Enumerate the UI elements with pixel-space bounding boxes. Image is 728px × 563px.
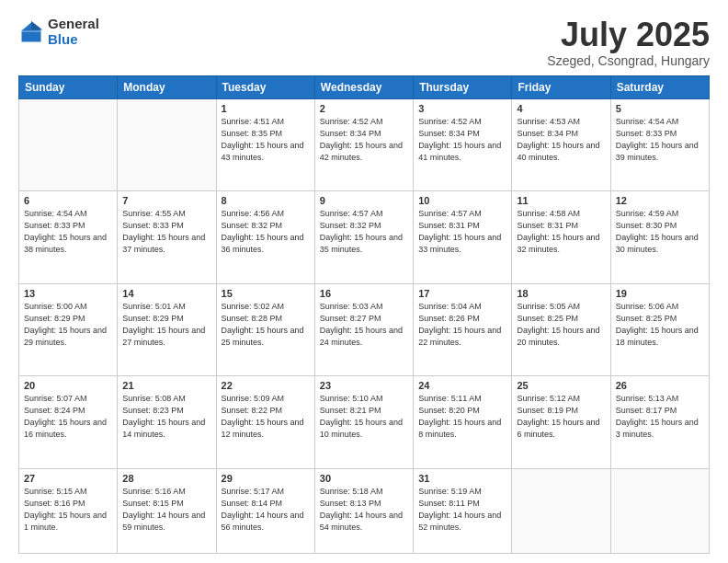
calendar-cell bbox=[610, 468, 709, 553]
header: General Blue July 2025 Szeged, Csongrad,… bbox=[18, 17, 710, 68]
calendar-week-2: 6Sunrise: 4:54 AMSunset: 8:33 PMDaylight… bbox=[19, 191, 710, 284]
day-number: 11 bbox=[517, 195, 605, 206]
day-info: Sunrise: 5:01 AMSunset: 8:29 PMDaylight:… bbox=[122, 301, 210, 349]
day-number: 29 bbox=[222, 473, 310, 484]
logo-icon bbox=[18, 19, 44, 45]
day-number: 16 bbox=[320, 288, 408, 299]
calendar-cell: 16Sunrise: 5:03 AMSunset: 8:27 PMDayligh… bbox=[314, 283, 413, 376]
day-number: 9 bbox=[320, 195, 408, 206]
day-info: Sunrise: 5:09 AMSunset: 8:22 PMDaylight:… bbox=[222, 393, 310, 441]
title-section: July 2025 Szeged, Csongrad, Hungary bbox=[547, 17, 710, 68]
day-number: 3 bbox=[418, 103, 506, 114]
logo-blue: Blue bbox=[48, 32, 99, 48]
weekday-header-tuesday: Tuesday bbox=[216, 75, 314, 98]
logo-text: General Blue bbox=[48, 17, 99, 47]
calendar-cell: 18Sunrise: 5:05 AMSunset: 8:25 PMDayligh… bbox=[512, 283, 610, 376]
svg-marker-1 bbox=[31, 20, 42, 29]
day-number: 1 bbox=[222, 103, 310, 114]
day-number: 18 bbox=[517, 288, 605, 299]
weekday-header-saturday: Saturday bbox=[610, 75, 709, 98]
day-info: Sunrise: 5:12 AMSunset: 8:19 PMDaylight:… bbox=[517, 393, 605, 441]
day-info: Sunrise: 4:57 AMSunset: 8:32 PMDaylight:… bbox=[320, 208, 408, 256]
calendar-week-3: 13Sunrise: 5:00 AMSunset: 8:29 PMDayligh… bbox=[19, 283, 710, 376]
day-info: Sunrise: 5:06 AMSunset: 8:25 PMDaylight:… bbox=[616, 301, 704, 349]
calendar-cell: 14Sunrise: 5:01 AMSunset: 8:29 PMDayligh… bbox=[118, 283, 216, 376]
day-info: Sunrise: 5:07 AMSunset: 8:24 PMDaylight:… bbox=[24, 393, 112, 441]
weekday-header-friday: Friday bbox=[512, 75, 610, 98]
day-info: Sunrise: 4:54 AMSunset: 8:33 PMDaylight:… bbox=[24, 208, 112, 256]
day-number: 5 bbox=[616, 103, 704, 114]
calendar-cell: 8Sunrise: 4:56 AMSunset: 8:32 PMDaylight… bbox=[216, 191, 314, 284]
weekday-header-wednesday: Wednesday bbox=[314, 75, 413, 98]
day-number: 23 bbox=[320, 380, 408, 391]
calendar-cell: 6Sunrise: 4:54 AMSunset: 8:33 PMDaylight… bbox=[19, 191, 118, 284]
calendar-cell: 10Sunrise: 4:57 AMSunset: 8:31 PMDayligh… bbox=[414, 191, 512, 284]
calendar-cell: 5Sunrise: 4:54 AMSunset: 8:33 PMDaylight… bbox=[610, 98, 709, 191]
day-number: 12 bbox=[616, 195, 704, 206]
calendar-cell: 17Sunrise: 5:04 AMSunset: 8:26 PMDayligh… bbox=[414, 283, 512, 376]
weekday-row: SundayMondayTuesdayWednesdayThursdayFrid… bbox=[19, 75, 710, 98]
calendar-cell: 3Sunrise: 4:52 AMSunset: 8:34 PMDaylight… bbox=[414, 98, 512, 191]
calendar-cell: 22Sunrise: 5:09 AMSunset: 8:22 PMDayligh… bbox=[216, 376, 314, 469]
calendar-cell bbox=[19, 98, 118, 191]
calendar-cell: 25Sunrise: 5:12 AMSunset: 8:19 PMDayligh… bbox=[512, 376, 610, 469]
day-info: Sunrise: 4:56 AMSunset: 8:32 PMDaylight:… bbox=[222, 208, 310, 256]
calendar-body: 1Sunrise: 4:51 AMSunset: 8:35 PMDaylight… bbox=[19, 98, 710, 553]
calendar-cell: 19Sunrise: 5:06 AMSunset: 8:25 PMDayligh… bbox=[610, 283, 709, 376]
day-number: 25 bbox=[517, 380, 605, 391]
svg-rect-2 bbox=[22, 30, 41, 32]
day-number: 17 bbox=[418, 288, 506, 299]
day-number: 20 bbox=[24, 380, 112, 391]
calendar-cell: 4Sunrise: 4:53 AMSunset: 8:34 PMDaylight… bbox=[512, 98, 610, 191]
day-info: Sunrise: 5:16 AMSunset: 8:15 PMDaylight:… bbox=[122, 486, 210, 534]
day-number: 21 bbox=[122, 380, 210, 391]
day-info: Sunrise: 5:02 AMSunset: 8:28 PMDaylight:… bbox=[222, 301, 310, 349]
weekday-header-monday: Monday bbox=[118, 75, 216, 98]
calendar-cell: 11Sunrise: 4:58 AMSunset: 8:31 PMDayligh… bbox=[512, 191, 610, 284]
calendar-week-1: 1Sunrise: 4:51 AMSunset: 8:35 PMDaylight… bbox=[19, 98, 710, 191]
calendar-cell bbox=[118, 98, 216, 191]
day-info: Sunrise: 4:52 AMSunset: 8:34 PMDaylight:… bbox=[418, 116, 506, 164]
day-number: 27 bbox=[24, 473, 112, 484]
day-info: Sunrise: 5:17 AMSunset: 8:14 PMDaylight:… bbox=[222, 486, 310, 534]
day-number: 31 bbox=[418, 473, 506, 484]
day-info: Sunrise: 5:15 AMSunset: 8:16 PMDaylight:… bbox=[24, 486, 112, 534]
day-number: 15 bbox=[222, 288, 310, 299]
calendar-week-5: 27Sunrise: 5:15 AMSunset: 8:16 PMDayligh… bbox=[19, 468, 710, 553]
calendar-cell bbox=[512, 468, 610, 553]
calendar-table: SundayMondayTuesdayWednesdayThursdayFrid… bbox=[18, 75, 710, 554]
calendar-cell: 1Sunrise: 4:51 AMSunset: 8:35 PMDaylight… bbox=[216, 98, 314, 191]
day-info: Sunrise: 5:19 AMSunset: 8:11 PMDaylight:… bbox=[418, 486, 506, 534]
calendar-cell: 29Sunrise: 5:17 AMSunset: 8:14 PMDayligh… bbox=[216, 468, 314, 553]
day-number: 22 bbox=[222, 380, 310, 391]
calendar-cell: 24Sunrise: 5:11 AMSunset: 8:20 PMDayligh… bbox=[414, 376, 512, 469]
logo-general: General bbox=[48, 17, 99, 32]
day-info: Sunrise: 4:55 AMSunset: 8:33 PMDaylight:… bbox=[122, 208, 210, 256]
day-info: Sunrise: 5:11 AMSunset: 8:20 PMDaylight:… bbox=[418, 393, 506, 441]
calendar-cell: 15Sunrise: 5:02 AMSunset: 8:28 PMDayligh… bbox=[216, 283, 314, 376]
day-number: 19 bbox=[616, 288, 704, 299]
day-number: 24 bbox=[418, 380, 506, 391]
day-info: Sunrise: 4:57 AMSunset: 8:31 PMDaylight:… bbox=[418, 208, 506, 256]
calendar-cell: 13Sunrise: 5:00 AMSunset: 8:29 PMDayligh… bbox=[19, 283, 118, 376]
calendar-cell: 27Sunrise: 5:15 AMSunset: 8:16 PMDayligh… bbox=[19, 468, 118, 553]
month-title: July 2025 bbox=[547, 17, 710, 53]
calendar-cell: 23Sunrise: 5:10 AMSunset: 8:21 PMDayligh… bbox=[314, 376, 413, 469]
day-info: Sunrise: 4:52 AMSunset: 8:34 PMDaylight:… bbox=[320, 116, 408, 164]
calendar-cell: 30Sunrise: 5:18 AMSunset: 8:13 PMDayligh… bbox=[314, 468, 413, 553]
day-number: 13 bbox=[24, 288, 112, 299]
weekday-header-sunday: Sunday bbox=[19, 75, 118, 98]
day-info: Sunrise: 5:08 AMSunset: 8:23 PMDaylight:… bbox=[122, 393, 210, 441]
day-info: Sunrise: 5:10 AMSunset: 8:21 PMDaylight:… bbox=[320, 393, 408, 441]
day-number: 30 bbox=[320, 473, 408, 484]
day-info: Sunrise: 5:13 AMSunset: 8:17 PMDaylight:… bbox=[616, 393, 704, 441]
day-info: Sunrise: 5:04 AMSunset: 8:26 PMDaylight:… bbox=[418, 301, 506, 349]
calendar-cell: 2Sunrise: 4:52 AMSunset: 8:34 PMDaylight… bbox=[314, 98, 413, 191]
calendar-cell: 12Sunrise: 4:59 AMSunset: 8:30 PMDayligh… bbox=[610, 191, 709, 284]
day-info: Sunrise: 4:59 AMSunset: 8:30 PMDaylight:… bbox=[616, 208, 704, 256]
day-number: 7 bbox=[122, 195, 210, 206]
weekday-header-thursday: Thursday bbox=[414, 75, 512, 98]
day-info: Sunrise: 5:18 AMSunset: 8:13 PMDaylight:… bbox=[320, 486, 408, 534]
calendar-cell: 31Sunrise: 5:19 AMSunset: 8:11 PMDayligh… bbox=[414, 468, 512, 553]
day-info: Sunrise: 4:54 AMSunset: 8:33 PMDaylight:… bbox=[616, 116, 704, 164]
